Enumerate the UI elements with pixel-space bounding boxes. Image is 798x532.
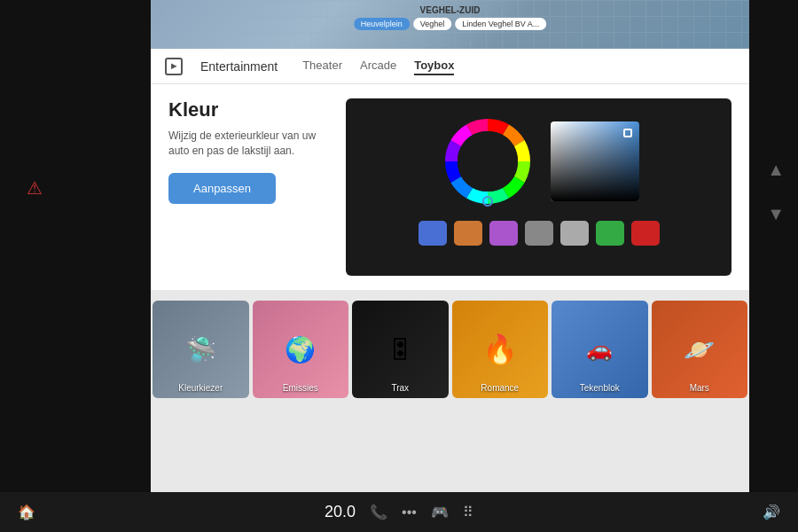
more-icon[interactable]: ••• [402,505,417,520]
tab-arcade[interactable]: Arcade [360,57,396,75]
color-handle [623,129,632,137]
map-location-label: VEGHEL-ZUID [420,5,481,15]
emissies-label: Emissies [253,383,349,393]
swatch-gray[interactable] [525,221,553,246]
app-title: Entertainment [200,59,278,74]
content-panel: Kleur Wijzig de exterieurkleur van uw au… [151,84,749,290]
taskbar-right: 🔊 [763,504,780,520]
nav-tabs: Theater Arcade Toybox [302,57,454,75]
app-logo: ▶ [165,58,183,75]
swatch-silver[interactable] [560,221,589,246]
temperature-display: 20.0 [325,503,356,521]
swatch-green[interactable] [596,221,624,246]
toybox-item-tekenblok[interactable]: 🚗 Tekenblok [552,301,648,398]
media-icon[interactable]: 🎮 [431,504,449,520]
taskbar: 🏠 20.0 📞 ••• 🎮 ⠿ 🔊 [0,492,798,532]
color-brightness-square[interactable] [551,121,639,201]
navigation-bar: ▶ Entertainment Theater Arcade Toybox [151,49,749,84]
home-icon[interactable]: 🏠 [18,504,35,520]
toybox-item-romance[interactable]: 🔥 Romance [452,301,549,398]
main-content: VEGHEL-ZUID Heuvelplein Veghel Linden Ve… [151,0,749,532]
tab-toybox[interactable]: Toybox [414,57,454,75]
color-picker-top [360,113,717,210]
taskbar-left: 🏠 [18,504,35,520]
svg-point-4 [463,137,512,186]
mars-label: Mars [652,383,748,393]
tekenblok-label: Tekenblok [552,383,648,393]
color-swatches [419,221,660,246]
color-picker-widget [346,98,732,276]
map-badge-3: Linden Veghel BV A... [455,18,546,30]
warning-icon: ⚠ [27,177,43,199]
swatch-blue[interactable] [419,221,447,246]
toybox-item-emissies[interactable]: 🌍 Emissies [253,301,349,398]
map-badge-2: Veghel [413,18,452,30]
map-badges: Heuvelplein Veghel Linden Veghel BV A... [354,18,547,30]
phone-icon[interactable]: 📞 [370,504,387,520]
scroll-down-button[interactable]: ▼ [767,204,785,224]
right-panel: ▲ ▼ [749,0,798,532]
tab-theater[interactable]: Theater [302,57,342,75]
toybox-item-kleurkiezer[interactable]: 🛸 Kleurkiezer [153,301,249,398]
grid-icon[interactable]: ⠿ [463,504,473,520]
map-view: VEGHEL-ZUID Heuvelplein Veghel Linden Ve… [151,0,749,49]
romance-label: Romance [452,383,549,393]
trax-label: Trax [352,383,449,393]
color-wheel[interactable] [439,113,536,210]
taskbar-center: 20.0 📞 ••• 🎮 ⠿ [325,503,473,521]
kleurkiezer-label: Kleurkiezer [153,383,249,393]
scroll-up-button[interactable]: ▲ [767,160,785,180]
swatch-orange[interactable] [454,221,482,246]
left-panel: ⚠ [0,0,151,532]
aanpassen-button[interactable]: Aanpassen [168,173,276,204]
volume-icon[interactable]: 🔊 [763,504,780,520]
map-badge-1: Heuvelplein [354,18,410,30]
toybox-item-mars[interactable]: 🪐 Mars [652,301,748,398]
content-left: Kleur Wijzig de exterieurkleur van uw au… [168,98,328,276]
toybox-item-trax[interactable]: 🎛 Trax [352,301,449,398]
content-description: Wijzig de exterieurkleur van uw auto en … [168,129,328,159]
swatch-red[interactable] [631,221,660,246]
swatch-purple[interactable] [489,221,518,246]
content-title: Kleur [168,98,328,121]
